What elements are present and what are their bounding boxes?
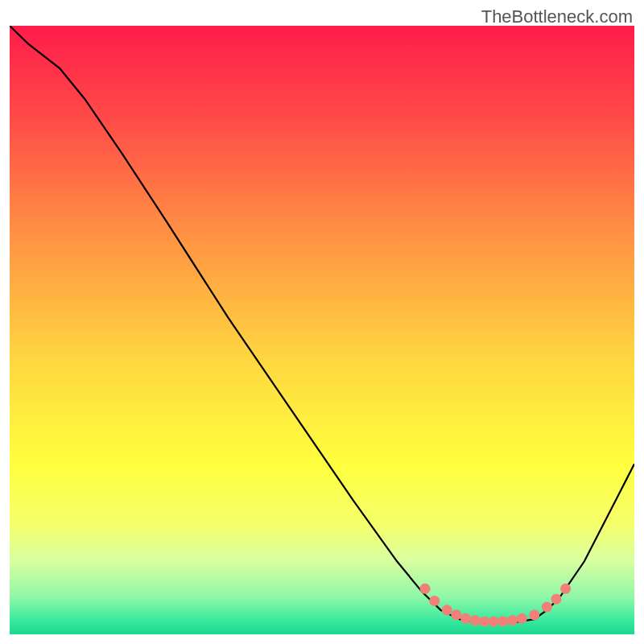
svg-rect-0 bbox=[10, 26, 634, 634]
attribution-text: TheBottleneck.com bbox=[481, 6, 633, 27]
chart-container bbox=[10, 26, 634, 634]
gradient-background bbox=[10, 26, 634, 634]
